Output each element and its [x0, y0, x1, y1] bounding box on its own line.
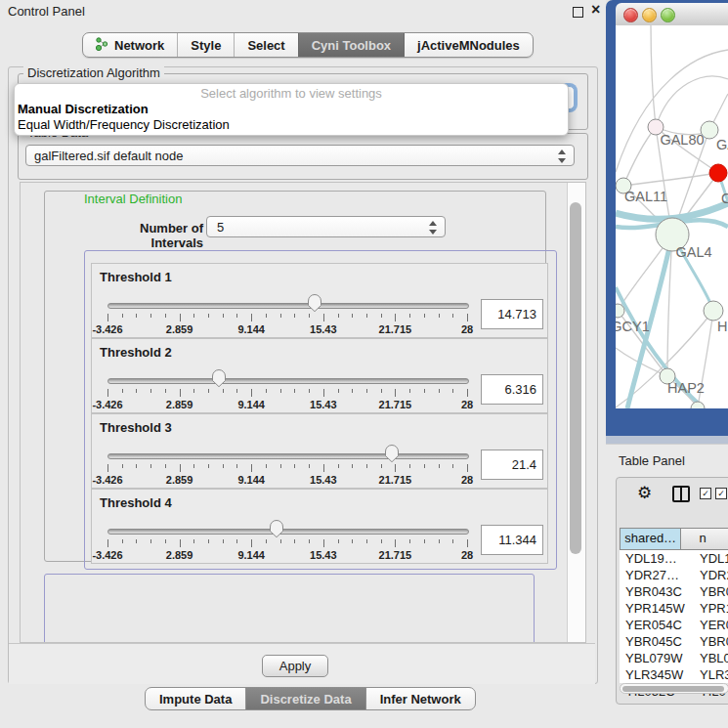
network-node-h[interactable] — [704, 301, 723, 321]
checkbox-icon[interactable]: ✓ — [715, 488, 727, 499]
network-node-label: GA — [716, 137, 728, 152]
scrollbar-thumb[interactable] — [570, 202, 581, 554]
cell-name[interactable]: YDR2 — [692, 567, 728, 583]
network-node-label: GAL4 — [675, 244, 711, 260]
gear-icon[interactable]: ⚙ — [637, 483, 652, 503]
close-icon[interactable]: × — [591, 1, 600, 19]
table-horizontal-scrollbar[interactable] — [620, 683, 728, 694]
cell-name[interactable]: YBR0 — [692, 633, 728, 650]
network-edge[interactable] — [616, 50, 728, 172]
tab-jactivemnodules[interactable]: jActiveMNodules — [404, 33, 533, 57]
cell-shared-name[interactable]: YDL19… — [620, 550, 692, 567]
table-row[interactable]: YBR045CYBR0 — [620, 633, 728, 650]
network-edge[interactable] — [651, 25, 656, 127]
tab-discretize-data[interactable]: Discretize Data — [245, 688, 364, 709]
threshold-slider[interactable]: -3.4262.8599.14415.4321.71528 — [107, 414, 467, 490]
threshold-value-field[interactable]: 11.344 — [481, 525, 543, 555]
slider-scale-label: 28 — [461, 549, 473, 561]
tab-infer-network[interactable]: Infer Network — [365, 688, 475, 709]
network-node-gcy1[interactable] — [616, 304, 624, 318]
scrollbar-thumb[interactable] — [622, 686, 724, 692]
slider-scale-label: -3.426 — [92, 323, 122, 335]
cell-name[interactable]: YDL1 — [692, 550, 728, 567]
slider-track[interactable] — [107, 529, 469, 535]
cell-shared-name[interactable]: YER054C — [620, 617, 692, 633]
slider-scale-labels: -3.4262.8599.14415.4321.71528 — [107, 323, 467, 335]
table-panel-container: ⚙ ✓ ✓ shared… n YDL19…YDL1YDR27…YDR2YBR0… — [616, 477, 728, 705]
network-node[interactable] — [691, 402, 705, 408]
slider-track[interactable] — [107, 303, 469, 309]
network-node-c[interactable] — [709, 164, 727, 182]
split-view-icon[interactable] — [672, 486, 690, 502]
tab-network[interactable]: Network — [83, 33, 177, 57]
tab-select[interactable]: Select — [234, 33, 297, 57]
slider-scale-label: 2.859 — [166, 399, 193, 410]
threshold-slider[interactable]: -3.4262.8599.14415.4321.71528 — [107, 490, 467, 565]
number-of-intervals-combobox[interactable]: 5 — [206, 216, 446, 237]
cell-shared-name[interactable]: YDR27… — [620, 567, 692, 583]
tab-impute-data[interactable]: Impute Data — [146, 688, 245, 709]
cell-shared-name[interactable]: YBL079W — [620, 650, 692, 666]
cell-name[interactable]: YBL0 — [692, 650, 728, 666]
threshold-panel-1: Threshold 1-3.4262.8599.14415.4321.71528… — [91, 263, 548, 338]
settings-vertical-scrollbar[interactable] — [567, 183, 585, 642]
column-header-name[interactable]: n — [681, 529, 728, 549]
network-node-label: C — [721, 191, 728, 206]
cell-name[interactable]: YER0 — [692, 617, 728, 633]
table-row[interactable]: YLR345WYLR3 — [620, 666, 728, 683]
float-window-icon[interactable] — [573, 7, 583, 18]
slider-ticks — [107, 539, 467, 548]
table-row[interactable]: YDL19…YDL1 — [620, 550, 728, 567]
mac-close-button[interactable] — [623, 8, 638, 22]
table-row[interactable]: YDR27…YDR2 — [620, 567, 728, 583]
cell-shared-name[interactable]: YLR345W — [620, 666, 692, 683]
threshold-slider[interactable]: -3.4262.8599.14415.4321.71528 — [107, 339, 467, 414]
table-header-row: shared… n — [620, 528, 728, 550]
threshold-value-field[interactable]: 21.4 — [481, 450, 543, 480]
apply-button[interactable]: Apply — [262, 655, 328, 677]
dropdown-option-equal-width-frequency[interactable]: Equal Width/Frequency Discretization — [18, 117, 230, 132]
table-data-combobox[interactable]: galFiltered.sif default node — [25, 145, 575, 166]
cell-shared-name[interactable]: YBR045C — [620, 633, 692, 650]
control-panel-tabbar: Network Style Select Cyni Toolbox jActiv… — [82, 32, 534, 58]
table-row[interactable]: YPR145WYPR1 — [620, 600, 728, 617]
slider-track[interactable] — [107, 453, 469, 459]
tab-label: Cyni Toolbox — [312, 38, 391, 53]
network-canvas[interactable]: GAL80GACGAL11GAL4GCY1HHAP2 — [616, 25, 728, 408]
network-window-titlebar[interactable] — [616, 3, 728, 26]
cell-shared-name[interactable]: YBR043C — [620, 583, 692, 600]
network-edge[interactable] — [616, 203, 728, 219]
slider-thumb[interactable] — [211, 368, 227, 388]
network-edge[interactable] — [623, 127, 656, 186]
table-panel-title: Table Panel — [619, 453, 685, 468]
mac-minimize-button[interactable] — [642, 8, 657, 22]
cell-shared-name[interactable]: YPR145W — [620, 600, 692, 617]
tab-style[interactable]: Style — [177, 33, 234, 57]
cell-name[interactable]: YBR0 — [692, 583, 728, 600]
cell-name[interactable]: YLR3 — [692, 666, 728, 683]
threshold-value-field[interactable]: 6.316 — [481, 374, 543, 405]
slider-thumb[interactable] — [269, 519, 284, 538]
slider-track[interactable] — [107, 378, 469, 384]
slider-thumb[interactable] — [307, 293, 322, 313]
slider-thumb[interactable] — [384, 444, 400, 463]
slider-scale-label: 15.43 — [310, 323, 337, 335]
mac-zoom-button[interactable] — [661, 8, 675, 22]
table-row[interactable]: YBR043CYBR0 — [620, 583, 728, 600]
column-header-shared[interactable]: shared… — [621, 529, 681, 549]
network-edge[interactable] — [623, 173, 718, 186]
slider-ticks — [107, 314, 467, 322]
dropdown-option-manual-discretization[interactable]: Manual Discretization — [18, 102, 149, 116]
table-panel: Table Panel ⚙ ✓ ✓ shared… n YDL19…YDL1YD… — [606, 444, 728, 728]
cell-name[interactable]: YPR1 — [692, 600, 728, 617]
tab-cyni-toolbox[interactable]: Cyni Toolbox — [298, 33, 404, 57]
table-row[interactable]: YBL079WYBL0 — [620, 650, 728, 666]
slider-scale-label: 2.859 — [166, 549, 193, 561]
table-row[interactable]: YER054CYER0 — [620, 617, 728, 633]
network-node-label: HAP2 — [667, 380, 705, 396]
threshold-slider[interactable]: -3.4262.8599.14415.4321.71528 — [107, 264, 467, 339]
threshold-value-field[interactable]: 14.713 — [481, 299, 543, 329]
tab-label: jActiveMNodules — [417, 38, 520, 53]
network-node-label: GAL80 — [660, 132, 704, 148]
checkbox-icon[interactable]: ✓ — [700, 488, 711, 499]
